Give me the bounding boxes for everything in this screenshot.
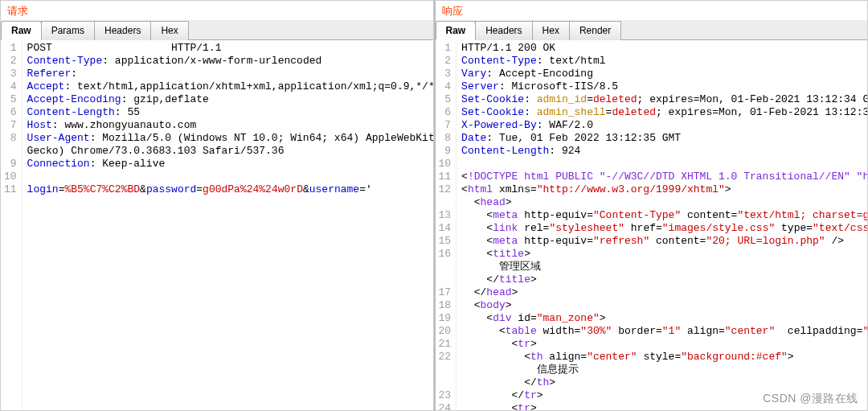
response-code[interactable]: HTTP/1.1 200 OK Content-Type: text/html … — [457, 40, 867, 410]
tab-headers[interactable]: Headers — [475, 21, 532, 40]
request-gutter: 1 2 3 4 5 6 7 8 9 10 11 — [1, 40, 23, 410]
tab-headers[interactable]: Headers — [94, 21, 151, 40]
request-pane: 请求 RawParamsHeadersHex 1 2 3 4 5 6 7 8 9… — [0, 0, 434, 411]
request-title: 请求 — [1, 1, 433, 20]
response-title: 响应 — [436, 1, 868, 20]
response-code-area[interactable]: 1 2 3 4 5 6 7 8 9 10 11 12 13 14 15 16 1… — [436, 40, 868, 410]
tab-render[interactable]: Render — [569, 21, 621, 40]
split-view: 请求 RawParamsHeadersHex 1 2 3 4 5 6 7 8 9… — [0, 0, 868, 411]
response-tabs: RawHeadersHexRender — [436, 20, 868, 40]
tab-raw[interactable]: Raw — [1, 21, 42, 40]
request-tabs: RawParamsHeadersHex — [1, 20, 433, 40]
tab-hex[interactable]: Hex — [150, 21, 188, 40]
request-code-area[interactable]: 1 2 3 4 5 6 7 8 9 10 11 POST HTTP/1.1 Co… — [1, 40, 433, 410]
response-gutter: 1 2 3 4 5 6 7 8 9 10 11 12 13 14 15 16 1… — [436, 40, 457, 410]
response-pane: 响应 RawHeadersHexRender 1 2 3 4 5 6 7 8 9… — [434, 0, 869, 411]
tab-raw[interactable]: Raw — [436, 21, 477, 40]
tab-hex[interactable]: Hex — [532, 21, 570, 40]
request-code[interactable]: POST HTTP/1.1 Content-Type: application/… — [23, 40, 433, 410]
tab-params[interactable]: Params — [41, 21, 95, 40]
